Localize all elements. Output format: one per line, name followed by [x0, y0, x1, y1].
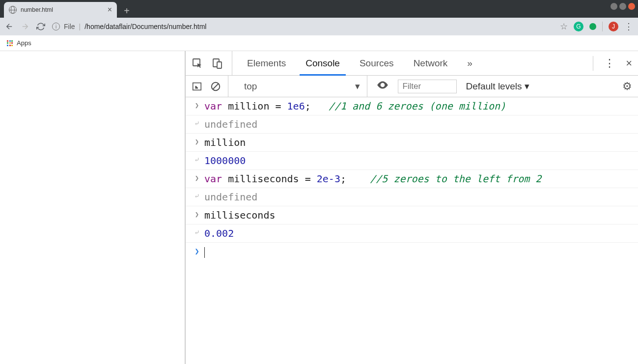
input-arrow-icon: ❯ — [195, 99, 199, 112]
devtools-tab-bar: Elements Console Sources Network » ⋮ × — [186, 51, 638, 76]
console-line-content[interactable]: undefined — [202, 115, 632, 133]
console-line-content[interactable]: var million = 1e6; //1 and 6 zeroes (one… — [202, 97, 632, 115]
console-output-row: ⤶undefined — [186, 115, 638, 134]
extension-green-icon[interactable] — [589, 23, 596, 30]
svg-rect-2 — [217, 62, 222, 68]
console-line-content[interactable]: milliseconds — [202, 206, 632, 224]
console-input-area[interactable] — [202, 243, 632, 260]
devtools-menu-icon[interactable]: ⋮ — [604, 57, 615, 70]
log-levels-select[interactable]: Default levels ▾ — [466, 81, 529, 92]
page-viewport — [0, 51, 186, 364]
browser-tab[interactable]: number.html × — [4, 2, 117, 18]
console-output[interactable]: ❯var million = 1e6; //1 and 6 zeroes (on… — [186, 97, 638, 364]
separator — [593, 56, 593, 71]
tab-close-icon[interactable]: × — [108, 5, 112, 14]
window-maximize-icon[interactable] — [619, 3, 626, 10]
bookmark-star-icon[interactable]: ☆ — [560, 21, 568, 32]
tab-network[interactable]: Network — [414, 51, 448, 75]
tab-elements[interactable]: Elements — [247, 51, 286, 75]
separator — [602, 22, 603, 31]
address-input[interactable]: i File | /home/dataflair/Documents/numbe… — [52, 23, 553, 30]
console-input-row: ❯million — [186, 134, 638, 152]
tab-console[interactable]: Console — [305, 51, 340, 75]
console-sidebar-toggle-icon[interactable] — [192, 81, 202, 92]
prompt-arrow-icon: ❯ — [194, 245, 199, 259]
console-settings-icon[interactable]: ⚙ — [622, 80, 632, 93]
console-line-content[interactable]: 0.002 — [202, 224, 632, 242]
new-tab-button[interactable]: + — [120, 4, 134, 18]
tab-sources[interactable]: Sources — [360, 51, 394, 75]
tab-title: number.html — [21, 6, 53, 13]
extension-grammarly-icon[interactable]: G — [574, 22, 583, 31]
browser-menu-icon[interactable]: ⋮ — [624, 21, 633, 32]
profile-avatar-icon[interactable]: J — [609, 22, 618, 31]
console-output-row: ⤶undefined — [186, 188, 638, 206]
clear-console-icon[interactable] — [210, 81, 221, 92]
console-line-content[interactable]: 1000000 — [202, 152, 632, 169]
url-path: /home/dataflair/Documents/number.html — [84, 23, 206, 30]
console-input-row: ❯var milliseconds = 2e-3; //5 zeroes to … — [186, 170, 638, 188]
input-arrow-icon: ❯ — [195, 136, 199, 148]
output-arrow-icon: ⤶ — [194, 117, 200, 130]
browser-tab-bar: number.html × + — [0, 0, 638, 18]
window-close-icon[interactable] — [628, 3, 635, 10]
console-line-content[interactable]: undefined — [202, 188, 632, 206]
console-line-content[interactable]: million — [202, 134, 632, 151]
back-button[interactable] — [5, 22, 14, 31]
apps-label[interactable]: Apps — [17, 39, 31, 47]
bookmarks-bar: Apps — [0, 35, 638, 51]
svg-point-5 — [382, 84, 384, 86]
console-prompt-row[interactable]: ❯ — [186, 243, 638, 260]
site-info-icon[interactable]: i — [52, 23, 60, 30]
chevron-down-icon: ▾ — [355, 81, 360, 92]
context-label: top — [244, 81, 257, 92]
url-separator: | — [79, 23, 81, 30]
output-arrow-icon: ⤶ — [194, 190, 200, 202]
execution-context-select[interactable]: top ▾ — [237, 76, 367, 97]
forward-button[interactable] — [21, 22, 29, 31]
toolbar-right: ☆ G J ⋮ — [560, 21, 633, 32]
devtools-panel: Elements Console Sources Network » ⋮ × t… — [186, 51, 638, 364]
console-output-row: ⤶1000000 — [186, 152, 638, 170]
console-line-content[interactable]: var milliseconds = 2e-3; //5 zeroes to t… — [202, 170, 632, 188]
device-toggle-icon[interactable] — [211, 57, 223, 69]
console-toolbar: top ▾ Default levels ▾ ⚙ — [186, 76, 638, 97]
address-bar: i File | /home/dataflair/Documents/numbe… — [0, 18, 638, 35]
live-expression-icon[interactable] — [376, 79, 389, 94]
apps-grid-icon[interactable] — [7, 40, 13, 46]
reload-button[interactable] — [36, 22, 45, 31]
console-output-row: ⤶0.002 — [186, 224, 638, 243]
input-arrow-icon: ❯ — [195, 208, 199, 221]
console-input-row: ❯var million = 1e6; //1 and 6 zeroes (on… — [186, 97, 638, 115]
globe-icon — [9, 6, 17, 14]
inspect-element-icon[interactable] — [192, 57, 203, 69]
tab-overflow-icon[interactable]: » — [467, 51, 472, 75]
window-controls — [610, 3, 635, 10]
window-minimize-icon[interactable] — [610, 3, 617, 10]
output-arrow-icon: ⤶ — [194, 226, 200, 239]
svg-rect-3 — [193, 83, 201, 90]
output-arrow-icon: ⤶ — [194, 154, 200, 166]
main-content: Elements Console Sources Network » ⋮ × t… — [0, 51, 638, 364]
url-scheme: File — [64, 23, 75, 30]
console-input-row: ❯milliseconds — [186, 206, 638, 224]
devtools-close-icon[interactable]: × — [626, 57, 632, 70]
filter-input[interactable] — [398, 80, 457, 93]
input-arrow-icon: ❯ — [195, 172, 199, 184]
